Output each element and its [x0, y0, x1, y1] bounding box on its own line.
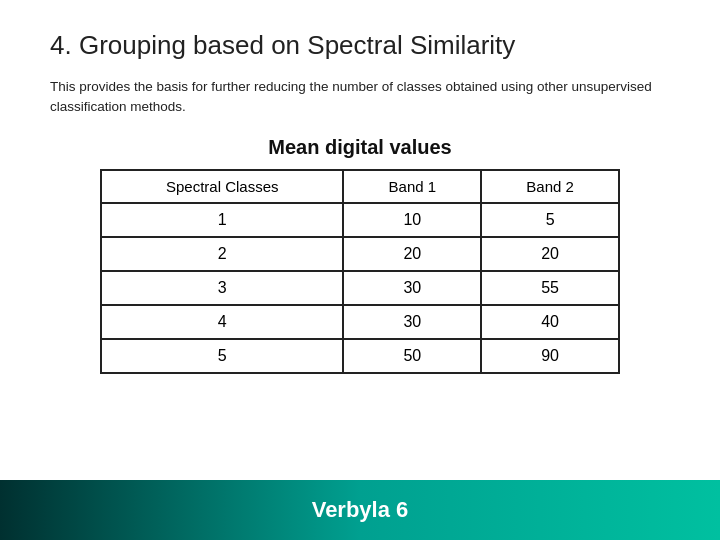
- data-table: Spectral Classes Band 1 Band 2 110522020…: [100, 169, 620, 374]
- col-header-band1: Band 1: [343, 170, 481, 203]
- table-cell: 30: [343, 271, 481, 305]
- footer-text: Verbyla 6: [312, 497, 409, 523]
- table-header-row: Spectral Classes Band 1 Band 2: [101, 170, 619, 203]
- table-cell: 5: [481, 203, 619, 237]
- table-row: 33055: [101, 271, 619, 305]
- table-cell: 3: [101, 271, 343, 305]
- table-heading: Mean digital values: [268, 136, 451, 159]
- footer-bar: Verbyla 6: [0, 480, 720, 540]
- table-cell: 20: [343, 237, 481, 271]
- table-cell: 2: [101, 237, 343, 271]
- table-row: 43040: [101, 305, 619, 339]
- table-row: 55090: [101, 339, 619, 373]
- col-header-spectral: Spectral Classes: [101, 170, 343, 203]
- slide-description: This provides the basis for further redu…: [50, 77, 670, 118]
- table-cell: 4: [101, 305, 343, 339]
- col-header-band2: Band 2: [481, 170, 619, 203]
- table-cell: 5: [101, 339, 343, 373]
- table-row: 22020: [101, 237, 619, 271]
- table-cell: 50: [343, 339, 481, 373]
- table-cell: 20: [481, 237, 619, 271]
- table-cell: 90: [481, 339, 619, 373]
- slide-content: 4. Grouping based on Spectral Similarity…: [0, 0, 720, 480]
- table-cell: 40: [481, 305, 619, 339]
- table-cell: 55: [481, 271, 619, 305]
- table-cell: 1: [101, 203, 343, 237]
- table-row: 1105: [101, 203, 619, 237]
- table-cell: 30: [343, 305, 481, 339]
- table-cell: 10: [343, 203, 481, 237]
- table-section: Mean digital values Spectral Classes Ban…: [50, 136, 670, 374]
- slide-title: 4. Grouping based on Spectral Similarity: [50, 30, 670, 61]
